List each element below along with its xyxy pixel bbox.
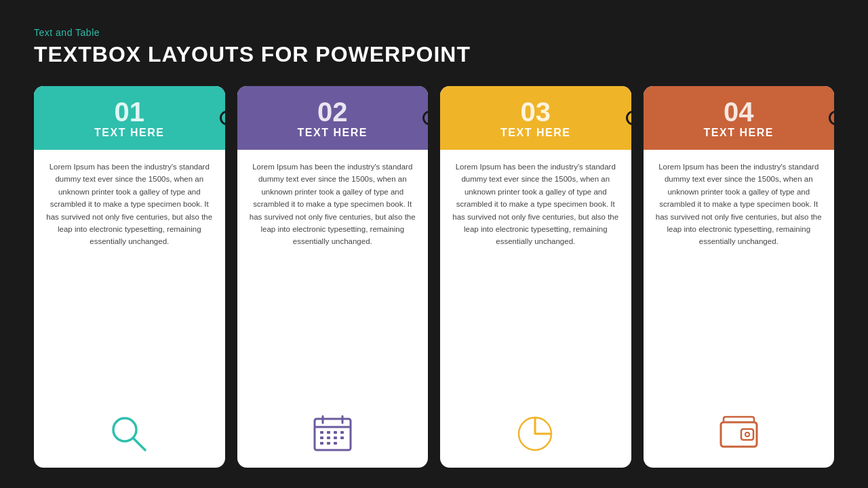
svg-rect-14	[320, 442, 323, 445]
svg-rect-6	[320, 431, 323, 434]
cards-row: 01 TEXT HERE Lorem Ipsum has been the in…	[34, 86, 834, 468]
svg-rect-2	[315, 419, 351, 450]
card-4-header: 04 TEXT HERE	[644, 86, 835, 150]
svg-rect-11	[327, 436, 330, 439]
slide-title: TEXTBOX LAYOUTS FOR POWERPOINT	[34, 42, 834, 67]
svg-rect-19	[721, 422, 757, 447]
svg-rect-9	[340, 431, 344, 434]
card-3-text: Lorem Ipsum has been the industry's stan…	[450, 161, 622, 400]
card-4-number: 04	[724, 98, 754, 125]
calendar-icon	[311, 407, 355, 461]
svg-line-1	[133, 438, 145, 450]
card-3-label: TEXT HERE	[500, 127, 570, 139]
svg-point-21	[745, 432, 749, 436]
card-1-body: Lorem Ipsum has been the industry's stan…	[34, 150, 225, 468]
card-4-body: Lorem Ipsum has been the industry's stan…	[644, 150, 835, 468]
card-1-header: 01 TEXT HERE	[34, 86, 225, 150]
card-2-dot	[422, 110, 428, 125]
svg-rect-13	[340, 436, 344, 439]
card-1-dot	[220, 110, 225, 125]
svg-rect-7	[327, 431, 330, 434]
card-4-label: TEXT HERE	[704, 127, 774, 139]
card-4-text: Lorem Ipsum has been the industry's stan…	[653, 161, 825, 400]
card-2-text: Lorem Ipsum has been the industry's stan…	[247, 161, 419, 400]
slide: Text and Table TEXTBOX LAYOUTS FOR POWER…	[0, 0, 868, 488]
search-icon	[107, 407, 151, 461]
slide-subtitle: Text and Table	[34, 27, 834, 38]
card-2: 02 TEXT HERE Lorem Ipsum has been the in…	[237, 86, 429, 468]
svg-rect-12	[334, 436, 337, 439]
svg-rect-8	[334, 431, 337, 434]
card-4: 04 TEXT HERE Lorem Ipsum has been the in…	[644, 86, 835, 468]
pie-chart-icon	[513, 407, 557, 461]
svg-rect-15	[327, 442, 330, 445]
card-1: 01 TEXT HERE Lorem Ipsum has been the in…	[34, 86, 225, 468]
svg-rect-20	[741, 429, 753, 440]
card-1-number: 01	[115, 98, 145, 125]
card-3-body: Lorem Ipsum has been the industry's stan…	[440, 150, 631, 468]
card-2-body: Lorem Ipsum has been the industry's stan…	[237, 150, 429, 468]
card-3-header: 03 TEXT HERE	[440, 86, 631, 150]
card-1-label: TEXT HERE	[94, 127, 164, 139]
card-2-label: TEXT HERE	[298, 127, 368, 139]
svg-rect-16	[334, 442, 337, 445]
card-3-dot	[626, 110, 631, 125]
svg-rect-10	[320, 436, 323, 439]
wallet-icon	[717, 407, 761, 461]
card-2-number: 02	[317, 98, 348, 125]
card-4-dot	[829, 110, 834, 125]
card-1-text: Lorem Ipsum has been the industry's stan…	[43, 161, 216, 400]
card-2-header: 02 TEXT HERE	[237, 86, 429, 150]
card-3: 03 TEXT HERE Lorem Ipsum has been the in…	[440, 86, 631, 468]
card-3-number: 03	[521, 98, 551, 125]
